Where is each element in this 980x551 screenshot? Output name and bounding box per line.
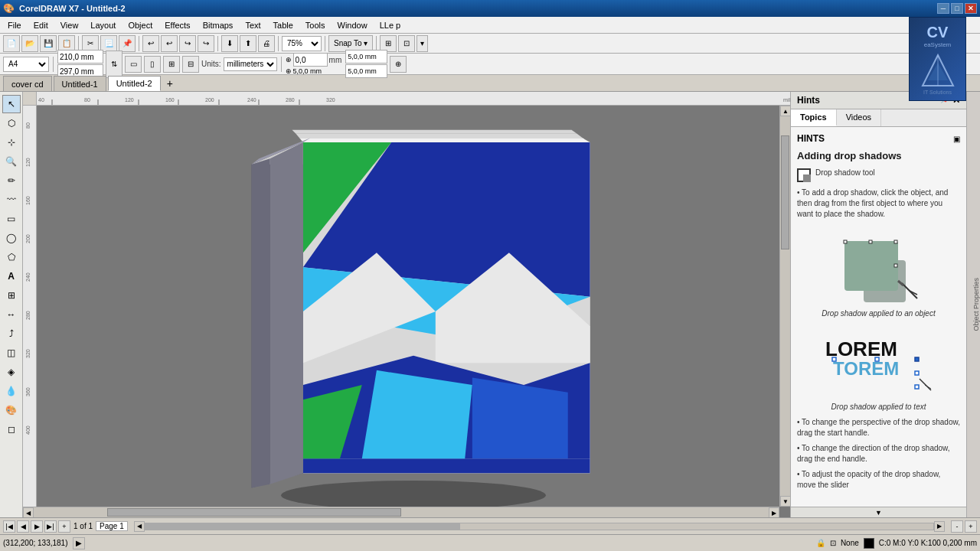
undo-button[interactable]: ↩	[142, 35, 159, 52]
close-button[interactable]: ✕	[965, 3, 977, 14]
bleed-btn[interactable]: ⊟	[182, 56, 199, 73]
menu-text[interactable]: Text	[239, 17, 266, 33]
menu-help[interactable]: LLe p	[374, 17, 407, 33]
fill-tool[interactable]: 🎨	[2, 401, 21, 419]
menu-tools[interactable]: Tools	[299, 17, 332, 33]
add-page-btn[interactable]: ⊕	[390, 56, 407, 73]
zoom-out-btn[interactable]: -	[951, 520, 963, 533]
text-tool[interactable]: A	[2, 267, 21, 285]
hints-tab-videos[interactable]: Videos	[837, 109, 881, 126]
scroll-thumb-h[interactable]	[107, 508, 401, 517]
zoom-tool[interactable]: 🔍	[2, 152, 21, 171]
drop-shadow-tool-row: Drop shadow tool	[797, 168, 960, 183]
scroll-thumb-v[interactable]	[781, 135, 789, 249]
new-button[interactable]: 📄	[3, 35, 20, 52]
hscroll-right[interactable]: ▶	[934, 521, 945, 532]
scroll-right-button[interactable]: ▶	[769, 507, 779, 517]
hscroll-left[interactable]: ◀	[134, 521, 145, 532]
tab-untitled2[interactable]: Untitled-2	[108, 76, 161, 91]
view-btn2[interactable]: ⊡	[398, 35, 415, 52]
export-button[interactable]: ⬆	[240, 35, 256, 52]
eyedropper-tool[interactable]: 💧	[2, 382, 21, 400]
hints-collapse-button[interactable]: ▣	[953, 135, 960, 143]
redo-button[interactable]: ↪	[179, 35, 196, 52]
hints-scroll-down[interactable]: ▼	[791, 507, 966, 517]
rectangle-tool[interactable]: ▭	[2, 210, 21, 228]
view-btn3[interactable]: ▾	[416, 35, 428, 52]
scroll-track-v[interactable]	[780, 116, 790, 496]
scroll-track-h[interactable]	[34, 507, 769, 517]
minimize-button[interactable]: ─	[937, 3, 949, 14]
svg-text:160: 160	[25, 196, 31, 205]
first-page-button[interactable]: |◀	[3, 520, 15, 533]
tab-cover-cd[interactable]: cover cd	[3, 76, 52, 91]
snap-x[interactable]	[345, 50, 387, 64]
zoom-select[interactable]: 75% 100% 50%	[282, 36, 322, 51]
main-workspace: ↖ ⬡ ⊹ 🔍 ✏ 〰 ▭ ◯ ⬠ A ⊞ ↔ ⤴ ◫ ◈ 💧 🎨 ◻ 40 8…	[0, 92, 980, 517]
menu-edit[interactable]: Edit	[28, 17, 54, 33]
page-size-select[interactable]: A4	[3, 57, 49, 72]
svg-marker-46	[292, 130, 577, 134]
menu-view[interactable]: View	[54, 17, 85, 33]
menu-file[interactable]: File	[2, 17, 28, 33]
paste-button[interactable]: 📌	[119, 35, 136, 52]
publish-button[interactable]: 🖨	[258, 35, 275, 52]
menu-window[interactable]: Window	[332, 17, 374, 33]
menu-object[interactable]: Object	[122, 17, 158, 33]
transparency-tool[interactable]: ◈	[2, 363, 21, 381]
canvas-area[interactable]: 40 80 120 160 200 240 280 320 millimeter…	[23, 92, 790, 517]
hscroll-thumb[interactable]	[145, 523, 461, 530]
ruler-left: 80 120 160 200 240 280 320 360 400	[23, 106, 37, 517]
page-orient2[interactable]: ▯	[144, 56, 161, 73]
horizontal-scrollbar[interactable]: ◀ ▶	[23, 507, 779, 517]
page-options[interactable]: ⊞	[163, 56, 180, 73]
scroll-down-button[interactable]: ▼	[780, 496, 790, 507]
save-button[interactable]: 💾	[40, 35, 57, 52]
add-tab-button[interactable]: +	[162, 76, 178, 91]
titlebar-title: CorelDRAW X7 - Untitled-2	[19, 4, 126, 13]
canvas-bg[interactable]	[37, 106, 790, 517]
snap-y[interactable]	[345, 64, 387, 78]
lock-icon: 🔒	[816, 539, 825, 547]
open-button[interactable]: 📂	[21, 35, 38, 52]
units-select[interactable]: millimeters inches pixels	[224, 57, 277, 71]
dimension-tool[interactable]: ↔	[2, 305, 21, 324]
sep-prop1	[53, 57, 54, 72]
polygon-tool[interactable]: ⬠	[2, 248, 21, 266]
last-page-button[interactable]: ▶|	[44, 520, 57, 533]
dropshadow-tool[interactable]: ◫	[2, 344, 21, 362]
vertical-scrollbar[interactable]: ▲ ▼	[779, 106, 790, 507]
next-page-button[interactable]: ▶	[31, 520, 43, 533]
crop-tool[interactable]: ⊹	[2, 133, 21, 152]
menu-layout[interactable]: Layout	[84, 17, 122, 33]
prev-page-button[interactable]: ◀	[17, 520, 29, 533]
object-properties-tab[interactable]: Object Properties	[972, 278, 980, 331]
select-tool[interactable]: ↖	[2, 95, 21, 113]
lock-ratio-button[interactable]: ⇅	[106, 51, 122, 78]
add-page-nav-button[interactable]: +	[58, 520, 70, 533]
redo2-button[interactable]: ↪	[198, 35, 214, 52]
hints-tab-topics[interactable]: Topics	[791, 109, 837, 126]
page-orient1[interactable]: ▭	[125, 56, 142, 73]
width-input[interactable]	[57, 50, 103, 64]
freehand-tool[interactable]: ✏	[2, 171, 21, 190]
menu-effects[interactable]: Effects	[158, 17, 196, 33]
undo2-button[interactable]: ↩	[161, 35, 178, 52]
tab-untitled1[interactable]: Untitled-1	[54, 76, 106, 91]
table-tool[interactable]: ⊞	[2, 286, 21, 305]
import-button[interactable]: ⬇	[221, 35, 238, 52]
menu-table[interactable]: Table	[267, 17, 299, 33]
hscroll-track[interactable]	[145, 523, 934, 530]
shape-tool[interactable]: ⬡	[2, 114, 21, 132]
ellipse-tool[interactable]: ◯	[2, 229, 21, 247]
restore-button[interactable]: □	[951, 3, 963, 14]
smart-draw-tool[interactable]: 〰	[2, 191, 21, 209]
connector-tool[interactable]: ⤴	[2, 324, 21, 343]
zoom-in-btn[interactable]: +	[965, 520, 977, 533]
x-input[interactable]	[293, 53, 328, 67]
hscroll[interactable]: ◀ ▶	[134, 521, 945, 532]
menu-bitmaps[interactable]: Bitmaps	[197, 17, 240, 33]
outline-tool[interactable]: ◻	[2, 420, 21, 439]
scroll-up-button[interactable]: ▲	[780, 106, 790, 116]
scroll-left-button[interactable]: ◀	[23, 507, 34, 517]
